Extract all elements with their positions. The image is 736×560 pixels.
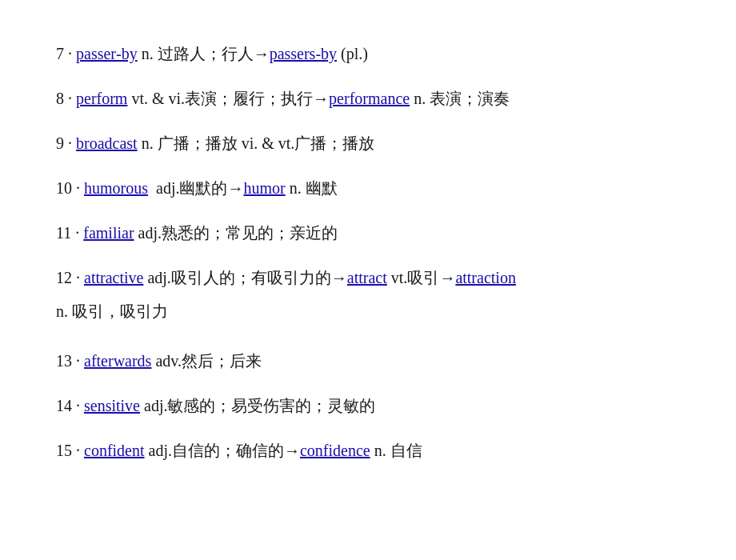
entry-9: 9 · broadcast n. 广播；播放 vi. & vt.广播；播放 [56,130,680,157]
entry-8-num: 8 [56,90,64,107]
entry-15-num: 15 [56,442,72,459]
link-perform[interactable]: perform [76,90,127,107]
link-afterwards[interactable]: afterwards [84,352,151,370]
entry-14-num: 14 [56,397,72,414]
entry-13-num: 13 [56,352,72,370]
link-passer-by[interactable]: passer‐by [76,45,138,62]
entry-8: 8 · perform vt. & vi.表演；履行；执行→performanc… [56,85,680,112]
entry-13: 13 · afterwards adv.然后；后来 [56,347,680,374]
entry-12-num: 12 [56,269,72,286]
link-attractive[interactable]: attractive [84,269,143,286]
entry-10: 10 · humorous adj.幽默的→humor n. 幽默 [56,174,680,202]
entry-9-num: 9 [56,134,64,152]
link-familiar[interactable]: familiar [83,224,134,242]
link-attract[interactable]: attract [347,269,387,286]
content-area: 7 · passer‐by n. 过路人；行人→passers‐by (pl.)… [56,40,680,464]
entry-7: 7 · passer‐by n. 过路人；行人→passers‐by (pl.) [56,40,680,67]
entry-7-num: 7 [56,45,64,62]
link-sensitive[interactable]: sensitive [84,397,140,414]
entry-12a: 12 · attractive adj.吸引人的；有吸引力的→attract v… [56,264,680,291]
entry-10-num: 10 [56,179,72,197]
link-performance[interactable]: performance [329,90,410,107]
entry-12b: n. 吸引，吸引力 [56,298,680,325]
link-attraction[interactable]: attraction [455,269,516,286]
entry-11: 11 · familiar adj.熟悉的；常见的；亲近的 [56,219,680,246]
link-humor[interactable]: humor [243,179,285,197]
entry-14: 14 · sensitive adj.敏感的；易受伤害的；灵敏的 [56,392,680,419]
link-passers-by[interactable]: passers‐by [270,45,337,62]
entry-15: 15 · confident adj.自信的；确信的→confidence n.… [56,437,680,464]
link-confident[interactable]: confident [84,442,145,459]
link-humorous[interactable]: humorous [84,179,148,197]
link-confidence[interactable]: confidence [300,442,370,459]
link-broadcast[interactable]: broadcast [76,134,138,152]
entry-11-num: 11 [56,224,71,242]
